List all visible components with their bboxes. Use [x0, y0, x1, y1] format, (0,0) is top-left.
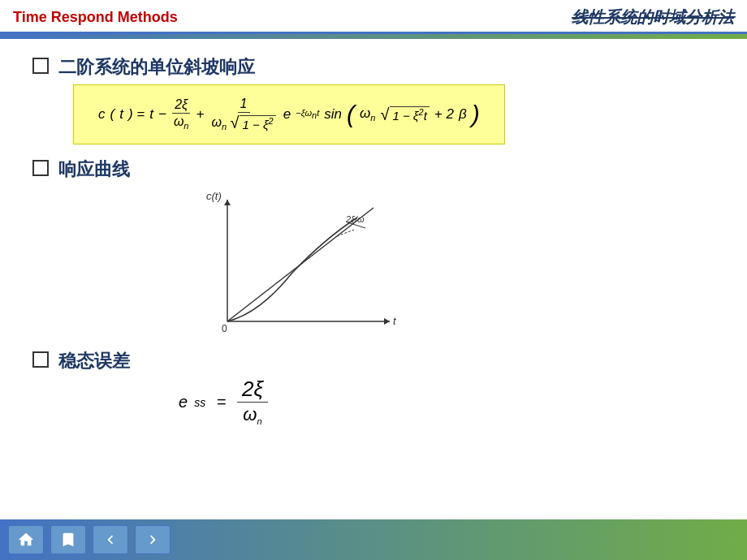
steady-state-title: 稳态误差: [58, 349, 130, 373]
svg-text:c(t): c(t): [206, 190, 222, 202]
checkbox-curve: [32, 160, 49, 176]
prev-button[interactable]: [93, 525, 128, 554]
ramp-response-title: 二阶系统的单位斜坡响应: [58, 55, 255, 80]
next-button[interactable]: [135, 525, 171, 554]
header-title: Time Respond Methods: [13, 9, 178, 26]
response-curve-title: 响应曲线: [58, 157, 130, 182]
graph-svg: t c(t) 0 2ξ/ω: [195, 183, 406, 338]
checkbox-ramp: [32, 58, 49, 74]
svg-marker-2: [384, 318, 390, 325]
svg-marker-3: [224, 200, 231, 205]
checkbox-ss: [32, 351, 49, 368]
svg-text:t: t: [393, 315, 397, 327]
header: Time Respond Methods 线性系统的时域分析法: [0, 0, 747, 34]
section-steady-state: 稳态误差: [32, 349, 715, 373]
ss-formula: ess = 2ξ ωn: [179, 377, 268, 428]
bookmark-button[interactable]: [50, 525, 86, 554]
header-chinese-title: 线性系统的时域分析法: [572, 6, 734, 28]
slide: Time Respond Methods 线性系统的时域分析法 二阶系统的单位斜…: [0, 0, 747, 560]
home-button[interactable]: [8, 525, 44, 554]
home-icon: [17, 531, 35, 549]
ramp-formula: c(t) = t − 2ξ ωn + 1 ωn √ 1 − ξ2: [98, 97, 480, 132]
svg-text:2ξ/ω: 2ξ/ω: [345, 214, 365, 225]
response-graph: t c(t) 0 2ξ/ω: [195, 183, 406, 338]
bookmark-icon: [59, 531, 77, 549]
section-response-curve: 响应曲线: [32, 157, 715, 182]
main-content: 二阶系统的单位斜坡响应 c(t) = t − 2ξ ωn + 1 ωn: [0, 39, 747, 519]
next-icon: [144, 531, 162, 549]
svg-text:0: 0: [222, 323, 227, 334]
prev-icon: [101, 531, 119, 549]
section-ramp-response: 二阶系统的单位斜坡响应: [32, 55, 715, 80]
ramp-formula-box: c(t) = t − 2ξ ωn + 1 ωn √ 1 − ξ2: [73, 84, 505, 144]
footer: [0, 519, 747, 560]
